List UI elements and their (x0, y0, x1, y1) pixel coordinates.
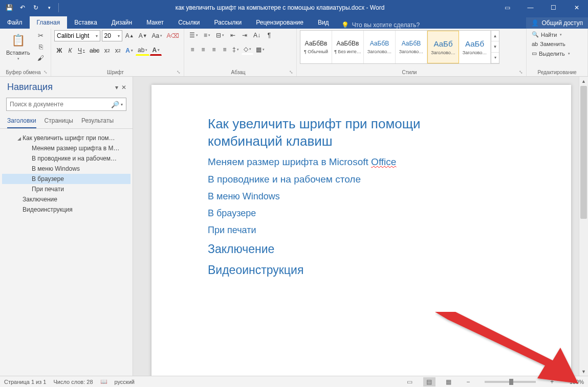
bullets-icon[interactable]: ☰▾ (187, 30, 200, 40)
nav-close-icon[interactable]: ✕ (121, 84, 126, 91)
bold-button[interactable]: Ж (54, 45, 64, 56)
heading-1[interactable]: Видеоинструкция (208, 263, 515, 278)
qat-customize-icon[interactable]: ▾ (43, 2, 55, 14)
paste-button[interactable]: 📋 Вставить ▾ (3, 30, 33, 63)
styles-launcher-icon[interactable]: ⤡ (519, 70, 523, 75)
grow-font-icon[interactable]: A▲ (124, 31, 136, 41)
style-item[interactable]: АаБбВЗаголово… (364, 31, 396, 63)
tab-layout[interactable]: Макет (139, 16, 171, 29)
tree-item[interactable]: Видеоинструкция (2, 204, 130, 215)
decrease-indent-icon[interactable]: ⇤ (228, 30, 238, 40)
tree-item[interactable]: Меняем размер шрифта в М… (2, 143, 130, 153)
line-spacing-icon[interactable]: ‡▾ (230, 44, 241, 55)
nav-tab-pages[interactable]: Страницы (45, 117, 73, 128)
heading-2[interactable]: При печати (208, 225, 515, 236)
align-right-icon[interactable]: ≡ (209, 44, 219, 55)
increase-indent-icon[interactable]: ⇥ (239, 30, 250, 40)
heading-2[interactable]: В проводнике и на рабочем столе (208, 174, 515, 185)
font-size-combo[interactable]: 20▾ (102, 30, 122, 41)
heading-2[interactable]: В браузере (208, 208, 515, 219)
change-case-icon[interactable]: Aa▾ (150, 31, 164, 41)
zoom-in-icon[interactable]: + (546, 377, 558, 386)
print-layout-icon[interactable]: ▤ (423, 377, 435, 386)
web-layout-icon[interactable]: ▦ (443, 377, 455, 386)
clipboard-launcher-icon[interactable]: ⤡ (43, 70, 48, 75)
align-center-icon[interactable]: ≡ (198, 44, 208, 55)
heading-1[interactable]: Как увеличить шрифт при помощикомбинаций… (208, 116, 515, 150)
select-button[interactable]: ▭Выделить▾ (530, 49, 572, 58)
replace-button[interactable]: abЗаменить (530, 40, 572, 48)
style-item[interactable]: АаБбЗаголово… (459, 31, 491, 63)
tab-review[interactable]: Рецензирование (249, 16, 311, 29)
tab-insert[interactable]: Вставка (67, 16, 104, 29)
gallery-more-icon[interactable]: ▾ (491, 53, 499, 63)
multilevel-icon[interactable]: ⊟▾ (214, 30, 226, 40)
copy-icon[interactable]: ⎘ (35, 41, 47, 52)
style-item[interactable]: АаБбВв¶ Без инте… (332, 31, 364, 63)
highlight-icon[interactable]: ab▾ (136, 45, 149, 56)
underline-button[interactable]: Ч▾ (76, 45, 87, 56)
zoom-value[interactable]: 100% (570, 379, 584, 385)
justify-icon[interactable]: ≡ (220, 44, 230, 55)
vertical-scrollbar[interactable]: ▲ ▼ (579, 77, 588, 376)
scroll-thumb[interactable] (580, 86, 587, 219)
style-item[interactable]: АаБбВв¶ Обычный (300, 31, 332, 63)
status-words[interactable]: Число слов: 28 (53, 379, 93, 385)
tree-item[interactable]: В проводнике и на рабочем… (2, 153, 130, 164)
heading-2[interactable]: Меняем размер шрифта в Microsoft Office (208, 156, 515, 168)
font-name-combo[interactable]: Calibri Light▾ (54, 30, 100, 41)
scroll-up-icon[interactable]: ▲ (579, 77, 588, 85)
heading-1[interactable]: Заключение (208, 242, 515, 257)
nav-tab-results[interactable]: Результаты (81, 117, 114, 128)
search-icon[interactable]: 🔎 (111, 101, 119, 108)
search-dropdown-icon[interactable]: ▾ (121, 102, 123, 107)
styles-gallery[interactable]: АаБбВв¶ ОбычныйАаБбВв¶ Без инте…АаБбВЗаг… (300, 30, 499, 64)
strikethrough-button[interactable]: abc (88, 45, 101, 56)
style-item[interactable]: АаБбВЗаголово… (396, 31, 427, 63)
tab-file[interactable]: Файл (0, 16, 30, 29)
scroll-down-icon[interactable]: ▼ (579, 367, 588, 376)
tree-item[interactable]: При печати (2, 184, 130, 194)
tab-references[interactable]: Ссылки (171, 16, 207, 29)
tab-home[interactable]: Главная (30, 16, 68, 29)
redo-icon[interactable]: ↻ (30, 2, 42, 14)
heading-2[interactable]: В меню Windows (208, 191, 515, 202)
tab-design[interactable]: Дизайн (104, 16, 139, 29)
show-marks-icon[interactable]: ¶ (264, 30, 274, 40)
nav-search-input[interactable] (10, 101, 111, 108)
italic-button[interactable]: К (65, 45, 75, 56)
borders-icon[interactable]: ▦▾ (254, 44, 267, 55)
zoom-slider[interactable] (485, 381, 536, 383)
tab-mailings[interactable]: Рассылки (207, 16, 249, 29)
nav-options-icon[interactable]: ▾ (115, 84, 118, 91)
document-page[interactable]: Как увеличить шрифт при помощикомбинаций… (151, 85, 571, 376)
tree-item[interactable]: В меню Windows (2, 164, 130, 174)
tree-item[interactable]: Заключение (2, 194, 130, 204)
style-item[interactable]: АаБбЗаголово… (427, 31, 459, 63)
format-painter-icon[interactable]: 🖌 (35, 53, 47, 63)
document-scroll[interactable]: Как увеличить шрифт при помощикомбинаций… (133, 77, 579, 376)
clear-format-icon[interactable]: A⌫ (165, 31, 181, 41)
share-button[interactable]: 👤 Общий доступ (526, 17, 588, 29)
status-language[interactable]: русский (115, 379, 135, 385)
tell-me-search[interactable]: 💡 Что вы хотите сделать? (336, 21, 527, 29)
nav-search-box[interactable]: 🔎 ▾ (6, 98, 126, 111)
close-icon[interactable]: ✕ (565, 0, 588, 15)
text-effects-icon[interactable]: A▾ (123, 45, 135, 56)
font-color-icon[interactable]: A▾ (150, 45, 162, 56)
tree-item[interactable]: ◢Как увеличить шрифт при пом… (2, 133, 130, 143)
font-launcher-icon[interactable]: ⤡ (177, 70, 181, 75)
shrink-font-icon[interactable]: A▼ (137, 31, 149, 41)
tree-item[interactable]: В браузере (2, 174, 130, 184)
shading-icon[interactable]: ◇▾ (242, 44, 253, 55)
proofing-icon[interactable]: 📖 (100, 378, 107, 385)
zoom-out-icon[interactable]: − (462, 377, 474, 386)
sort-icon[interactable]: A↓ (251, 30, 263, 40)
maximize-icon[interactable]: ☐ (542, 0, 565, 15)
undo-icon[interactable]: ↶ (16, 2, 29, 14)
status-page[interactable]: Страница 1 из 1 (4, 379, 46, 385)
read-mode-icon[interactable]: ▭ (404, 377, 416, 386)
find-button[interactable]: 🔍Найти▾ (530, 30, 572, 39)
superscript-button[interactable]: x2 (113, 45, 123, 56)
ribbon-options-icon[interactable]: ▭ (496, 0, 519, 15)
